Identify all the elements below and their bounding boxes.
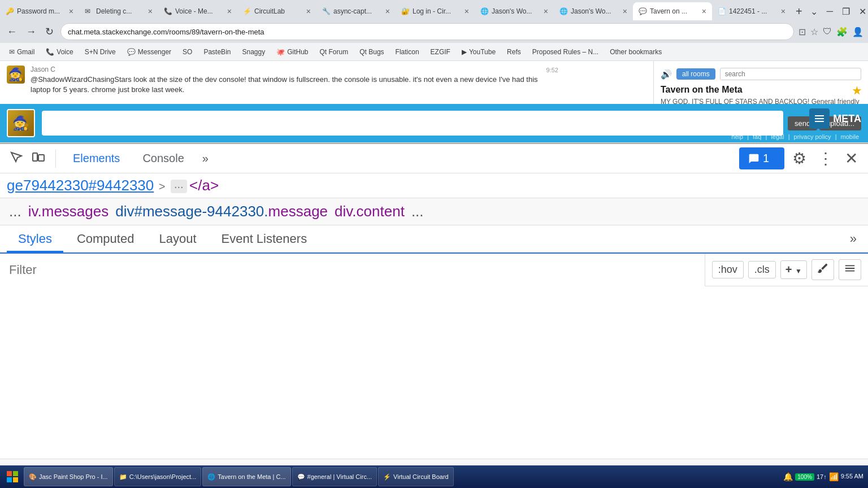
tab-close-circuitlab[interactable]: × <box>306 7 311 16</box>
devtools-tab-elements[interactable]: Elements <box>64 147 129 169</box>
bookmark-sndrive[interactable]: S+N Drive <box>80 47 120 57</box>
adblock-icon[interactable]: 🛡 <box>823 27 832 37</box>
bookmark-qtforum[interactable]: Qt Forum <box>315 47 353 57</box>
bookmark-ezgif[interactable]: EZGIF <box>426 47 455 57</box>
room-star-icon[interactable]: ★ <box>852 85 861 97</box>
breadcrumb-div-content[interactable]: div.content <box>335 203 405 220</box>
help-link[interactable]: help <box>731 133 743 140</box>
bookmark-youtube[interactable]: ▶YouTube <box>457 47 500 57</box>
settings-button[interactable]: ⚙ <box>789 146 810 171</box>
bookmark-qtbugs[interactable]: Qt Bugs <box>355 47 388 57</box>
styles-filter-input[interactable] <box>0 254 705 286</box>
tab-jasons1[interactable]: 🌐 Jason's Wo... × <box>475 2 554 20</box>
tab-close-async[interactable]: × <box>385 7 390 16</box>
tab-voice[interactable]: 📞 Voice - Me... × <box>158 2 237 20</box>
extensions-icon[interactable]: 🧩 <box>836 27 848 37</box>
styles-tab-styles[interactable]: Styles <box>7 227 63 252</box>
bookmark-flaticon[interactable]: Flaticon <box>391 47 424 57</box>
add-style-button[interactable]: + ▼ <box>780 260 807 279</box>
bookmark-snaggy[interactable]: Snaggy <box>237 47 270 57</box>
refresh-button[interactable]: ↻ <box>43 23 56 40</box>
dom-expand-arrow[interactable]: > <box>159 180 168 193</box>
dom-url-link[interactable]: ge79442330#9442330 <box>7 177 154 194</box>
tab-close-voice[interactable]: × <box>227 7 232 16</box>
bookmark-pastebin[interactable]: PasteBin <box>199 47 235 57</box>
messages-button[interactable]: 1 <box>739 147 784 169</box>
breadcrumb-trailing-ellipsis[interactable]: ... <box>411 203 424 220</box>
tab-jasons2[interactable]: 🌐 Jason's Wo... × <box>554 2 633 20</box>
devtools-more-tabs[interactable]: » <box>198 147 213 169</box>
styles-more-tabs[interactable]: » <box>845 227 861 251</box>
tab-close-jasons1[interactable]: × <box>544 7 548 16</box>
profile-icon[interactable]: 👤 <box>852 27 863 37</box>
bookmark-more[interactable]: Other bookmarks <box>605 47 666 57</box>
tab-async[interactable]: 🔧 async-capt... × <box>316 2 396 20</box>
tab-close-deleting[interactable]: × <box>148 7 153 16</box>
bookmark-so[interactable]: SO <box>178 47 197 57</box>
breadcrumb-leading-ellipsis[interactable]: ... <box>9 203 21 220</box>
bookmark-messenger[interactable]: 💬Messenger <box>123 47 176 57</box>
tab-close-1422451[interactable]: × <box>781 7 785 16</box>
bookmark-proposed[interactable]: Proposed Rules – N... <box>528 47 603 57</box>
tab-login-cir[interactable]: 🔐 Log in - Cir... × <box>396 2 475 20</box>
bookmark-refs[interactable]: Refs <box>502 47 526 57</box>
notification-icon[interactable]: 🔔 <box>783 472 793 481</box>
hov-button[interactable]: :hov <box>712 261 744 278</box>
taskbar-system-tray: 🔔 100% 17↑ 📶 9:55 AM <box>783 472 866 481</box>
device-toggle-button[interactable] <box>29 148 47 169</box>
faq-link[interactable]: faq <box>753 133 761 140</box>
tab-password[interactable]: 🔑 Password m... × <box>0 2 79 20</box>
sidebar-button[interactable] <box>839 259 861 280</box>
message-input[interactable] <box>42 111 783 136</box>
chat-username: Jason C <box>31 66 546 73</box>
tab-1422451[interactable]: 📄 1422451 - ... × <box>712 2 791 20</box>
bookmark-github[interactable]: 🐙GitHub <box>272 47 313 57</box>
network-icon[interactable]: 📶 <box>829 472 839 481</box>
minimize-button[interactable]: ─ <box>823 6 836 16</box>
back-button[interactable]: ← <box>5 24 19 40</box>
paint-button[interactable] <box>811 259 834 280</box>
breadcrumb-iv-messages[interactable]: iv.messages <box>28 203 109 220</box>
tab-list-button[interactable]: ⌄ <box>807 6 821 17</box>
dom-closing-tag[interactable]: </a> <box>189 177 219 194</box>
taskbar-item-paintshop[interactable]: 🎨 Jasc Paint Shop Pro - I... <box>24 467 113 486</box>
styles-tab-layout[interactable]: Layout <box>147 227 207 252</box>
forward-button[interactable]: → <box>24 24 38 40</box>
devtools-tab-console[interactable]: Console <box>133 147 193 169</box>
tab-close-login[interactable]: × <box>465 7 469 16</box>
bookmark-voice[interactable]: 📞Voice <box>41 47 77 57</box>
tab-close-password[interactable]: × <box>69 7 73 16</box>
tab-favicon-login: 🔐 <box>401 7 409 15</box>
search-input[interactable] <box>720 68 861 80</box>
styles-tab-computed[interactable]: Computed <box>66 227 146 252</box>
maximize-button[interactable]: ❐ <box>839 6 853 17</box>
new-tab-button[interactable]: + <box>791 2 807 20</box>
bookmark-gmail[interactable]: ✉Gmail <box>5 47 39 57</box>
styles-tab-event-listeners[interactable]: Event Listeners <box>210 227 319 252</box>
taskbar-item-tavern[interactable]: 🌐 Tavern on the Meta | C... <box>202 467 290 486</box>
dom-collapsed-ellipsis[interactable]: ··· <box>171 180 187 193</box>
tab-tavern[interactable]: 💬 Tavern on ... × <box>633 2 712 20</box>
privacy-link[interactable]: privacy policy <box>794 133 831 140</box>
mobile-link[interactable]: mobile <box>841 133 859 140</box>
tab-close-jasons2[interactable]: × <box>623 7 627 16</box>
address-bar[interactable]: chat.meta.stackexchange.com/rooms/89/tav… <box>60 23 794 40</box>
breadcrumb-div-message[interactable]: div#message-9442330.message <box>115 203 328 220</box>
bookmark-icon[interactable]: ☆ <box>810 27 818 37</box>
taskbar-item-general[interactable]: 💬 #general | Virtual Circ... <box>292 467 377 486</box>
cls-button[interactable]: .cls <box>748 261 776 278</box>
tab-close-tavern[interactable]: × <box>702 7 706 16</box>
more-options-button[interactable]: ⋮ <box>814 146 837 171</box>
tab-deleting[interactable]: ✉ Deleting c... × <box>79 2 158 20</box>
tab-circuitlab[interactable]: ⚡ CircuitLab × <box>237 2 316 20</box>
element-picker-button[interactable] <box>7 148 25 169</box>
speaker-icon[interactable]: 🔊 <box>661 69 672 80</box>
close-devtools-button[interactable]: ✕ <box>841 146 861 171</box>
cast-icon[interactable]: ⊡ <box>798 27 806 37</box>
close-window-button[interactable]: ✕ <box>856 6 868 17</box>
legal-link[interactable]: legal <box>771 133 784 140</box>
taskbar-item-explorer[interactable]: 📁 C:\Users\jason\Project... <box>114 467 202 486</box>
all-rooms-button[interactable]: all rooms <box>676 68 715 80</box>
start-button[interactable] <box>2 467 23 487</box>
taskbar-item-vcb[interactable]: ⚡ Virtual Circuit Board <box>378 467 454 486</box>
